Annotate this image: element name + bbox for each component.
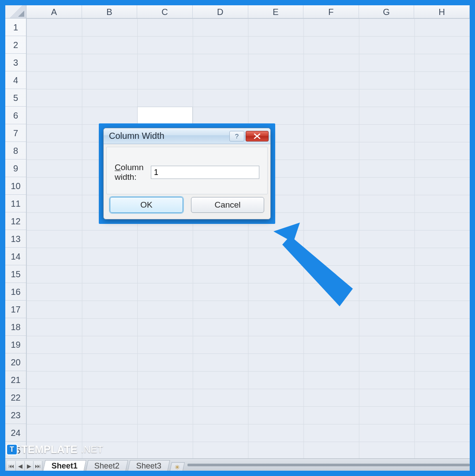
column-header-row: A B C D E F G H (5, 5, 470, 19)
tab-scroll-track[interactable] (187, 464, 470, 466)
dialog-button-row: OK Cancel (104, 197, 270, 219)
row-header[interactable]: 14 (5, 248, 26, 265)
sheet-nav-last[interactable]: ⏭ (34, 461, 42, 471)
row-header[interactable]: 8 (5, 142, 26, 160)
row-header-col: 1 2 3 4 5 6 7 8 9 10 11 12 13 14 15 16 1… (5, 19, 26, 458)
sheet-tab-sheet2[interactable]: Sheet2 (86, 460, 128, 471)
close-icon (254, 134, 261, 139)
sheet-tab-bar: ⏮ ◀ ▶ ⏭ Sheet1 Sheet2 Sheet3 ✳ (5, 458, 470, 471)
sheet-tab-label: Sheet2 (94, 461, 120, 471)
dialog-titlebar[interactable]: Column Width ? (104, 128, 270, 144)
new-sheet-tab[interactable]: ✳ (170, 462, 185, 471)
column-width-input[interactable] (151, 166, 259, 179)
close-button[interactable] (246, 131, 269, 141)
sheet-nav-first[interactable]: ⏮ (7, 461, 16, 471)
watermark: T TEMPLATE.NET (6, 443, 103, 456)
col-header-D[interactable]: D (193, 5, 248, 18)
row-header[interactable]: 13 (5, 230, 26, 248)
annotation-highlight: Column Width ? Column width: OK Cancel (99, 123, 275, 224)
row-header[interactable]: 22 (5, 389, 26, 406)
row-header[interactable]: 6 (5, 107, 26, 124)
new-sheet-icon: ✳ (175, 464, 180, 471)
row-header[interactable]: 5 (5, 89, 26, 107)
sheet-nav-next[interactable]: ▶ (25, 461, 34, 471)
row-header[interactable]: 11 (5, 195, 26, 212)
row-header[interactable]: 2 (5, 36, 26, 54)
ok-button[interactable]: OK (110, 197, 183, 213)
row-header[interactable]: 4 (5, 71, 26, 89)
grid-body: 1 2 3 4 5 6 7 8 9 10 11 12 13 14 15 16 1… (5, 19, 470, 458)
sheet-nav-prev[interactable]: ◀ (16, 461, 25, 471)
cell-area[interactable] (26, 19, 470, 458)
col-header-B[interactable]: B (82, 5, 138, 18)
gridlines (26, 19, 470, 458)
col-header-G[interactable]: G (359, 5, 415, 18)
sheet-tab-sheet3[interactable]: Sheet3 (128, 460, 170, 471)
row-header[interactable]: 15 (5, 265, 26, 283)
watermark-brand: TEMPLATE (21, 443, 78, 456)
row-header[interactable]: 16 (5, 283, 26, 301)
col-header-F[interactable]: F (303, 5, 359, 18)
row-header[interactable]: 9 (5, 160, 26, 177)
row-header[interactable]: 3 (5, 54, 26, 71)
col-header-A[interactable]: A (26, 5, 82, 18)
col-header-C[interactable]: C (137, 5, 193, 18)
row-header[interactable]: 24 (5, 424, 26, 442)
watermark-logo-icon: T (6, 444, 18, 455)
select-all-corner[interactable] (5, 5, 26, 18)
row-header[interactable]: 17 (5, 301, 26, 318)
column-width-dialog: Column Width ? Column width: OK Cancel (103, 128, 271, 219)
row-header[interactable]: 21 (5, 371, 26, 389)
active-cell-C6[interactable] (137, 107, 193, 124)
row-header[interactable]: 1 (5, 19, 26, 36)
spreadsheet-frame: A B C D E F G H 1 2 3 4 5 6 7 8 9 10 11 … (5, 5, 470, 471)
col-header-H[interactable]: H (414, 5, 470, 18)
dialog-body: Column width: (106, 147, 268, 194)
row-header[interactable]: 12 (5, 212, 26, 230)
help-button[interactable]: ? (229, 131, 244, 141)
row-header[interactable]: 10 (5, 177, 26, 195)
row-header[interactable]: 7 (5, 124, 26, 142)
row-header[interactable]: 23 (5, 406, 26, 424)
row-header[interactable]: 19 (5, 336, 26, 353)
column-width-label: Column width: (115, 163, 146, 182)
watermark-tld: .NET (81, 444, 103, 455)
sheet-tab-sheet1[interactable]: Sheet1 (43, 460, 86, 471)
dialog-title: Column Width (109, 131, 229, 141)
sheet-tab-label: Sheet1 (52, 461, 78, 471)
row-header[interactable]: 18 (5, 318, 26, 336)
col-header-E[interactable]: E (248, 5, 304, 18)
row-header[interactable]: 20 (5, 353, 26, 371)
sheet-tab-label: Sheet3 (136, 461, 161, 471)
cancel-button[interactable]: Cancel (191, 197, 264, 213)
